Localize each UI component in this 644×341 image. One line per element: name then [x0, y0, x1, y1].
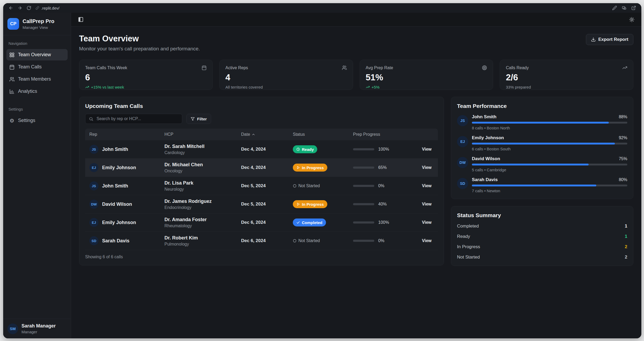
chevron-up-icon — [252, 133, 255, 136]
hcp-cell: Dr. Lisa Park Neurology — [164, 180, 241, 192]
table-row[interactable]: JS John Smith Dr. Sarah Mitchell Cardiol… — [85, 140, 438, 159]
view-button[interactable]: View — [420, 200, 434, 208]
call-date: Dec 4, 2024 — [241, 147, 293, 152]
progress-track — [353, 185, 374, 187]
member-percent: 80% — [619, 177, 627, 182]
search-input[interactable] — [96, 116, 179, 121]
rep-avatar: EJ — [89, 218, 98, 227]
search-icon — [89, 117, 93, 121]
reload-icon[interactable] — [27, 6, 31, 10]
hcp-name: Dr. Amanda Foster — [164, 217, 241, 222]
team-performance-card: Team Performance JS John Smith 88% — [451, 97, 633, 199]
stat-value: 51% — [366, 72, 487, 82]
app-logo: CP — [7, 18, 19, 30]
member-name: David Wilson — [472, 156, 500, 161]
app-topbar — [71, 13, 641, 27]
status-cell: In Progress — [293, 164, 353, 172]
view-button[interactable]: View — [420, 182, 434, 190]
team-performance-title: Team Performance — [457, 103, 627, 109]
progress-percent: 100% — [378, 147, 389, 152]
settings-section-label: Settings — [6, 105, 68, 114]
stat-value: 2/6 — [506, 72, 627, 82]
devtools-icon[interactable] — [622, 6, 626, 10]
user-avatar: SM — [7, 323, 18, 334]
member-avatar: EJ — [457, 136, 468, 147]
member-name: John Smith — [472, 114, 497, 120]
member-avatar: JS — [457, 115, 468, 126]
trending-up-icon — [622, 65, 627, 70]
col-progress: Prep Progress — [353, 132, 419, 137]
app-subtitle: Manager View — [23, 25, 54, 30]
member-name: Sarah Davis — [472, 177, 498, 182]
edit-icon[interactable] — [612, 6, 617, 10]
filter-button[interactable]: Filter — [186, 114, 211, 124]
performance-list: JS John Smith 88% 8 calls • Boston North — [457, 114, 627, 193]
page-title: Team Overview — [79, 34, 200, 43]
table-row[interactable]: SD Sarah Davis Dr. Robert Kim Pulmonolog… — [85, 232, 438, 250]
sidebar-item-team-members[interactable]: Team Members — [6, 73, 68, 85]
view-button[interactable]: View — [420, 218, 434, 226]
target-icon — [482, 65, 487, 70]
performance-item: SD Sarah Davis 80% 7 calls • Newton — [457, 177, 627, 193]
stat-label: Team Calls This Week — [85, 65, 127, 70]
performance-item: JS John Smith 88% 8 calls • Boston North — [457, 114, 627, 130]
col-date-sort[interactable]: Date — [241, 132, 293, 137]
hcp-specialty: Rheumatology — [164, 224, 241, 228]
status-summary-row: Ready 1 — [457, 234, 627, 239]
hcp-name: Dr. Michael Chen — [164, 162, 241, 168]
forward-icon[interactable] — [18, 6, 22, 10]
check-icon — [296, 221, 300, 224]
address-bar[interactable]: .replit.dev/ — [36, 6, 59, 10]
app-name: CallPrep Pro — [23, 18, 54, 24]
browser-chrome: .replit.dev/ — [3, 3, 641, 13]
export-report-button[interactable]: Export Report — [586, 34, 633, 45]
member-progress-bar — [472, 143, 615, 145]
sidebar-item-team-calls[interactable]: Team Calls — [6, 61, 68, 73]
performance-item: EJ Emily Johnson 92% 6 calls • Boston So — [457, 135, 627, 151]
member-percent: 92% — [619, 135, 627, 140]
col-rep: Rep — [89, 132, 164, 137]
status-badge: In Progress — [293, 200, 327, 208]
view-button[interactable]: View — [420, 237, 434, 244]
back-icon[interactable] — [8, 6, 13, 10]
grid-icon — [9, 52, 15, 58]
table-row[interactable]: DW David Wilson Dr. James Rodriguez Endo… — [85, 195, 438, 213]
circle-icon — [293, 239, 297, 243]
user-block[interactable]: SM Sarah Manager Manager — [3, 319, 71, 338]
view-button[interactable]: View — [420, 164, 434, 171]
table-row[interactable]: EJ Emily Johnson Dr. Amanda Foster Rheum… — [85, 213, 438, 232]
status-badge: Not Started — [293, 182, 320, 190]
status-summary-row: Not Started 2 — [457, 255, 627, 260]
stat-cards: Team Calls This Week 6 +15% vs last week… — [79, 60, 633, 90]
rep-cell: JS John Smith — [89, 145, 164, 154]
sidebar-item-analytics[interactable]: Analytics — [6, 86, 68, 97]
hcp-cell: Dr. Michael Chen Oncology — [164, 162, 241, 173]
play-icon — [296, 166, 300, 169]
theme-toggle-sun-icon[interactable] — [629, 17, 634, 22]
clock-icon — [296, 147, 300, 151]
progress-track — [353, 167, 374, 169]
hcp-name: Dr. James Rodriguez — [164, 199, 241, 204]
status-text: In Progress — [302, 202, 324, 207]
rep-name: Emily Johnson — [102, 220, 136, 225]
open-external-icon[interactable] — [631, 6, 636, 10]
view-button[interactable]: View — [420, 145, 434, 153]
sidebar-item-label: Team Overview — [18, 52, 51, 58]
sidebar-item-label: Settings — [18, 118, 35, 123]
progress-percent: 100% — [378, 220, 389, 225]
table-header: Rep HCP Date Status Prep Progress — [85, 129, 438, 140]
member-detail: 5 calls • Cambridge — [472, 168, 627, 172]
progress-track — [353, 221, 374, 224]
sidebar-item-team-overview[interactable]: Team Overview — [6, 49, 68, 60]
user-name: Sarah Manager — [21, 323, 56, 329]
table-row[interactable]: JS John Smith Dr. Lisa Park Neurology De… — [85, 177, 438, 195]
sidebar-toggle-icon[interactable] — [78, 17, 84, 22]
table-row[interactable]: EJ Emily Johnson Dr. Michael Chen Oncolo… — [85, 159, 438, 177]
progress-percent: 40% — [378, 202, 387, 207]
user-role: Manager — [21, 330, 56, 334]
progress-percent: 0% — [378, 238, 384, 243]
call-date: Dec 5, 2024 — [241, 202, 293, 207]
sidebar-item-settings[interactable]: ⚙ Settings — [6, 115, 68, 126]
rep-name: Sarah Davis — [102, 238, 129, 244]
users-icon — [342, 65, 347, 70]
